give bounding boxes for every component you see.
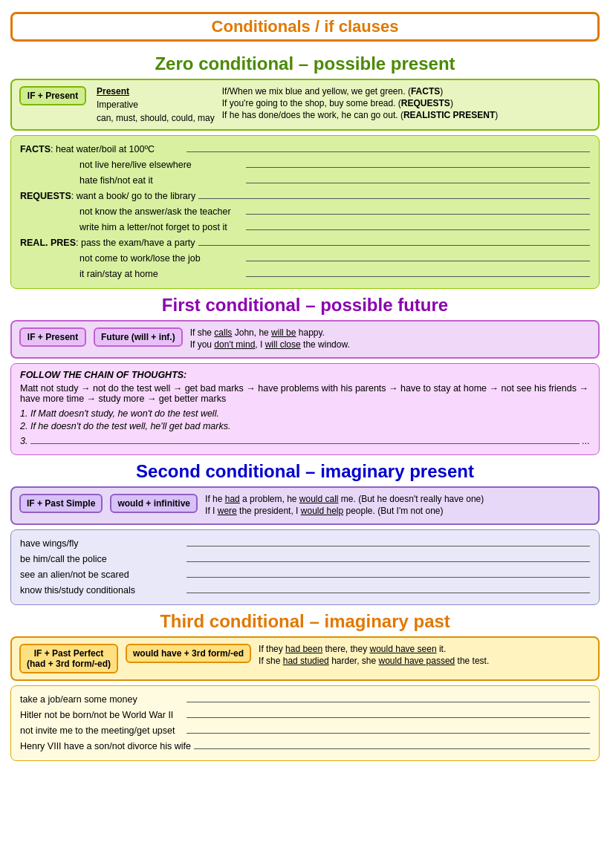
second-practice-box: have wings/fly be him/call the police se… xyxy=(10,529,600,605)
zero-practice-line-4: REQUESTS: want a book/ go to the library xyxy=(20,189,590,201)
first-formula-left: IF + Present xyxy=(19,327,86,347)
second-practice-label-4: know this/study conditionals xyxy=(20,585,184,595)
zero-formula-right-modals: can, must, should, could, may xyxy=(97,113,215,123)
second-practice-underline-1 xyxy=(186,536,590,546)
zero-practice-box: FACTS: heat water/boil at 100ºC not live… xyxy=(10,135,600,289)
second-example-2: If I were the president, I would help pe… xyxy=(205,506,591,516)
third-formula-right: would have + 3rd form/-ed xyxy=(126,644,251,663)
zero-conditional-heading: Zero conditional – possible present xyxy=(10,53,600,74)
third-practice-label-3: not invite me to the meeting/get upset xyxy=(20,725,184,736)
second-practice-label-1: have wings/fly xyxy=(20,538,184,549)
zero-practice-line-7: REAL. PRES: pass the exam/have a party xyxy=(20,235,590,248)
third-practice-underline-2 xyxy=(186,708,590,718)
zero-practice-line-5: not know the answer/ask the teacher xyxy=(20,204,590,217)
zero-practice-line-6: write him a letter/not forget to post it xyxy=(20,220,590,232)
third-practice-line-4: Henry VIII have a son/not divorce his wi… xyxy=(20,739,590,751)
zero-practice-underline-1 xyxy=(186,142,590,152)
second-practice-line-3: see an alien/not be scared xyxy=(20,567,590,580)
zero-practice-label-9: it rain/stay at home xyxy=(80,269,243,279)
third-practice-line-3: not invite me to the meeting/get upset xyxy=(20,723,590,736)
first-conditional-grammar-box: IF + Present Future (will + inf.) If she… xyxy=(10,320,600,359)
third-conditional-heading: Third conditional – imaginary past xyxy=(10,611,600,632)
zero-practice-label-2: not live here/live elsewhere xyxy=(80,160,243,170)
third-practice-line-2: Hitler not be born/not be World War II xyxy=(20,708,590,720)
first-chain-title: FOLLOW THE CHAIN OF THOUGHTS: xyxy=(20,370,590,380)
zero-practice-underline-4 xyxy=(198,189,590,199)
second-practice-underline-2 xyxy=(186,552,590,562)
first-chain-item-3: 3. ... xyxy=(20,434,590,446)
third-example-2: If she had studied harder, she would hav… xyxy=(259,656,591,666)
second-formula-left: IF + Past Simple xyxy=(19,494,103,513)
second-practice-underline-4 xyxy=(186,583,590,593)
zero-practice-line-9: it rain/stay at home xyxy=(20,267,590,279)
zero-practice-underline-6 xyxy=(246,220,590,230)
first-chain-box: FOLLOW THE CHAIN OF THOUGHTS: Matt not s… xyxy=(10,363,600,455)
zero-example-1: If/When we mix blue and yellow, we get g… xyxy=(222,86,591,97)
second-practice-label-3: see an alien/not be scared xyxy=(20,570,184,580)
third-practice-underline-3 xyxy=(186,723,590,734)
second-practice-underline-3 xyxy=(186,567,590,578)
second-conditional-grammar-box: IF + Past Simple would + infinitive If h… xyxy=(10,486,600,525)
zero-practice-underline-8 xyxy=(246,251,590,261)
zero-practice-label-4: REQUESTS: want a book/ go to the library xyxy=(20,191,195,201)
zero-practice-line-8: not come to work/lose the job xyxy=(20,251,590,264)
zero-practice-underline-7 xyxy=(198,235,590,246)
second-practice-line-4: know this/study conditionals xyxy=(20,583,590,595)
zero-formula-right-present: Present xyxy=(97,86,215,97)
third-practice-box: take a job/earn some money Hitler not be… xyxy=(10,685,600,761)
second-formula-right: would + infinitive xyxy=(110,494,198,513)
first-conditional-heading: First conditional – possible future xyxy=(10,295,600,316)
first-chain-sequence: Matt not study → not do the test well → … xyxy=(20,383,590,404)
third-formula-left: IF + Past Perfect (had + 3rd form/-ed) xyxy=(19,644,118,673)
third-practice-label-2: Hitler not be born/not be World War II xyxy=(20,710,184,720)
first-formula-right: Future (will + inf.) xyxy=(94,327,183,347)
third-practice-label-4: Henry VIII have a son/not divorce his wi… xyxy=(20,741,191,751)
zero-practice-label-3: hate fish/not eat it xyxy=(80,175,243,186)
third-example-1: If they had been there, they would have … xyxy=(259,644,591,654)
zero-practice-label-6: write him a letter/not forget to post it xyxy=(80,222,243,232)
first-example-1: If she calls John, he will be happy. xyxy=(190,327,591,338)
zero-practice-underline-9 xyxy=(246,267,590,277)
second-practice-line-1: have wings/fly xyxy=(20,536,590,549)
second-example-1: If he had a problem, he would call me. (… xyxy=(205,494,591,504)
zero-formula-right-imperative: Imperative xyxy=(97,99,215,110)
third-practice-line-1: take a job/earn some money xyxy=(20,692,590,705)
first-example-2: If you don't mind, I will close the wind… xyxy=(190,339,591,350)
zero-formula-left: IF + Present xyxy=(19,86,86,105)
zero-practice-underline-2 xyxy=(246,157,590,168)
first-chain-item-2: 2. If he doesn't do the test well, he'll… xyxy=(20,421,590,431)
second-practice-line-2: be him/call the police xyxy=(20,552,590,564)
zero-example-2: If you're going to the shop, buy some br… xyxy=(222,98,591,108)
zero-practice-underline-5 xyxy=(246,204,590,215)
second-conditional-heading: Second conditional – imaginary present xyxy=(10,461,600,482)
page-title: Conditionals / if clauses xyxy=(10,12,600,42)
zero-example-3: If he has done/does the work, he can go … xyxy=(222,110,591,120)
zero-practice-label-7: REAL. PRES: pass the exam/have a party xyxy=(20,238,195,248)
zero-practice-label-5: not know the answer/ask the teacher xyxy=(80,206,243,217)
zero-practice-label-1: FACTS: heat water/boil at 100ºC xyxy=(20,144,184,154)
third-practice-underline-4 xyxy=(194,739,590,749)
first-chain-item-1: 1. If Matt doesn't study, he won't do th… xyxy=(20,408,590,419)
third-practice-label-1: take a job/earn some money xyxy=(20,694,184,705)
second-practice-label-2: be him/call the police xyxy=(20,554,184,564)
zero-practice-label-8: not come to work/lose the job xyxy=(80,253,243,264)
third-practice-underline-1 xyxy=(186,692,590,702)
zero-practice-underline-3 xyxy=(246,173,590,183)
zero-practice-line-2: not live here/live elsewhere xyxy=(20,157,590,170)
zero-practice-line-1: FACTS: heat water/boil at 100ºC xyxy=(20,142,590,154)
third-conditional-grammar-box: IF + Past Perfect (had + 3rd form/-ed) w… xyxy=(10,636,600,681)
zero-conditional-grammar-box: IF + Present Present Imperative can, mus… xyxy=(10,79,600,131)
zero-practice-line-3: hate fish/not eat it xyxy=(20,173,590,186)
